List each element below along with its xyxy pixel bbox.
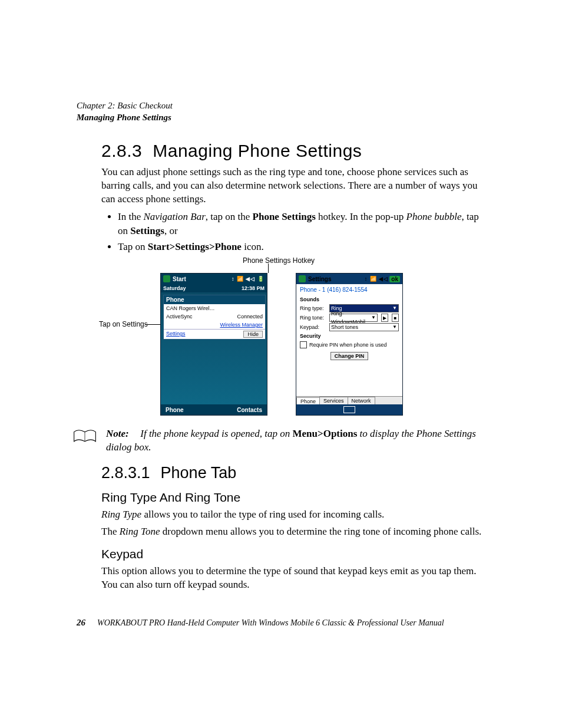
status-icons: ↕ 📶 ◀◁ — [365, 276, 389, 282]
carrier-row: CAN Rogers Wirel… — [164, 304, 265, 312]
datebar: Saturday 12:38 PM — [161, 284, 267, 292]
b2-text2: icon. — [242, 241, 264, 252]
tab-strip: Phone Services Network — [296, 396, 402, 404]
titlebar: Settings ↕ 📶 ◀◁ ok — [296, 274, 402, 284]
require-pin-text: Require PIN when phone is used — [309, 342, 387, 348]
ok-button[interactable]: ok — [389, 276, 400, 282]
section-title: 2.8.3Managing Phone Settings — [101, 141, 485, 161]
softkey-contacts[interactable]: Contacts — [232, 407, 267, 413]
settings-row: Settings Hide — [164, 329, 265, 339]
titlebar-text: Start — [173, 276, 186, 282]
b1-phone-bubble: Phone bubble — [406, 211, 462, 222]
status-icons: ↕ 📶 ◀◁ 🔋 — [232, 276, 265, 282]
hide-button[interactable]: Hide — [243, 331, 263, 338]
instruction-list: In the Navigation Bar, tap on the Phone … — [118, 210, 485, 254]
change-pin-button[interactable]: Change PIN — [330, 352, 369, 360]
bottombar — [296, 404, 402, 415]
book-icon — [72, 427, 98, 447]
section-title-text: Managing Phone Settings — [153, 141, 362, 160]
sounds-label: Sounds — [296, 295, 402, 304]
phone-popup: Phone CAN Rogers Wirel… ActiveSync Conne… — [163, 295, 266, 340]
dropdown-arrow-icon: ▼ — [392, 304, 397, 312]
tab-services[interactable]: Services — [319, 397, 348, 404]
keypad-paragraph: This option allows you to determine the … — [101, 565, 485, 592]
b1-navbar: Navigation Bar — [143, 211, 205, 222]
security-label: Security — [296, 332, 402, 340]
b1-text2: , tap on the — [206, 211, 253, 222]
activesync-row: ActiveSync Connected — [164, 312, 265, 321]
b2-path: Start>Settings>Phone — [148, 241, 242, 252]
chapter-line: Chapter 2: Basic Checkout — [77, 100, 485, 112]
connected-text: Connected — [237, 314, 263, 319]
ring-tone-paragraph: The Ring Tone dropdown menu allows you t… — [101, 525, 485, 539]
subsection-number: 2.8.3.1 — [101, 464, 150, 482]
ring-tone-dropdown[interactable]: Ring-WindowsMobil▼ — [329, 314, 378, 322]
footer-text: WORKABOUT PRO Hand-Held Computer With Wi… — [97, 618, 444, 628]
time-text: 12:38 PM — [242, 285, 265, 291]
ring-type-text: allows you to tailor the type of ring us… — [141, 509, 384, 520]
ring-heading: Ring Type And Ring Tone — [101, 490, 485, 505]
ring-tone-label: Ring tone: — [300, 315, 327, 321]
section-number: 2.8.3 — [101, 141, 142, 161]
bottombar: Phone Contacts — [161, 404, 267, 415]
activesync-text: ActiveSync — [166, 314, 193, 319]
tab-network[interactable]: Network — [348, 397, 375, 404]
page-footer: 26 WORKABOUT PRO Hand-Held Computer With… — [77, 618, 485, 628]
require-pin-checkbox[interactable] — [300, 341, 307, 348]
ring-type-em: Ring Type — [101, 509, 141, 520]
keypad-heading: Keypad — [101, 547, 485, 561]
play-button[interactable]: ▶ — [381, 314, 388, 322]
popup-title: Phone — [164, 295, 265, 304]
keypad-value: Short tones — [331, 323, 358, 331]
dropdown-arrow-icon: ▼ — [371, 314, 376, 322]
b1-text: In the — [118, 211, 143, 222]
settings-link[interactable]: Settings — [166, 331, 186, 338]
start-flag-icon — [163, 275, 170, 282]
note-text: Note: If the phone keypad is opened, tap… — [106, 427, 485, 454]
keyboard-icon[interactable] — [343, 406, 355, 413]
subsection-title: 2.8.3.1Phone Tab — [101, 464, 485, 482]
phone-number: Phone - 1 (416) 824-1554 — [296, 284, 402, 295]
ring-tone-row: Ring tone: Ring-WindowsMobil▼ ▶ ■ — [296, 313, 402, 322]
screenshot-start-screen: Start ↕ 📶 ◀◁ 🔋 Saturday 12:38 PM Phone C… — [160, 273, 267, 416]
ring-type-paragraph: Ring Type allows you to tailor the type … — [101, 508, 485, 522]
note-label: Note: — [106, 427, 138, 441]
note-pre: If the phone keypad is opened, tap on — [140, 428, 292, 439]
running-header: Chapter 2: Basic Checkout Managing Phone… — [77, 100, 485, 123]
titlebar: Start ↕ 📶 ◀◁ 🔋 — [161, 274, 267, 284]
subsection-text: Phone Tab — [161, 464, 237, 482]
softkey-phone[interactable]: Phone — [161, 407, 189, 413]
start-flag-icon — [299, 275, 306, 282]
figure-area: Phone Settings Hotkey Tap on Settings St… — [101, 256, 485, 421]
section-line: Managing Phone Settings — [77, 112, 485, 124]
require-pin-row: Require PIN when phone is used — [296, 340, 402, 350]
ring-type-label: Ring type: — [300, 305, 327, 311]
keypad-label: Keypad: — [300, 324, 327, 330]
b1-settings: Settings — [130, 225, 164, 236]
b1-phone-settings: Phone Settings — [253, 211, 316, 222]
callout-tap-label: Tap on Settings — [99, 320, 148, 328]
wireless-manager-link[interactable]: Wireless Manager — [220, 322, 263, 328]
note-menu: Menu>Options — [293, 428, 358, 439]
keypad-dropdown[interactable]: Short tones▼ — [329, 323, 399, 331]
callout-hotkey-line — [268, 263, 269, 273]
day-text: Saturday — [163, 285, 186, 291]
bullet-1: In the Navigation Bar, tap on the Phone … — [118, 210, 485, 238]
rt-em: Ring Tone — [120, 526, 160, 537]
page-number: 26 — [77, 618, 85, 628]
titlebar-text: Settings — [308, 276, 331, 282]
rt-pre: The — [101, 526, 120, 537]
carrier-text: CAN Rogers Wirel… — [166, 305, 215, 311]
callout-hotkey-label: Phone Settings Hotkey — [243, 256, 315, 265]
dropdown-arrow-icon: ▼ — [392, 323, 397, 331]
bullet-2: Tap on Start>Settings>Phone icon. — [118, 240, 485, 254]
rt-post: dropdown menu allows you to determine th… — [160, 526, 481, 537]
b2-text: Tap on — [118, 241, 148, 252]
b1-text5: , or — [164, 225, 178, 236]
screenshot-settings-screen: Settings ↕ 📶 ◀◁ ok Phone - 1 (416) 824-1… — [296, 273, 403, 416]
intro-paragraph: You can adjust phone settings such as th… — [101, 166, 485, 206]
wireless-mgr-row: Wireless Manager — [164, 321, 265, 329]
b1-text3: hotkey. In the pop-up — [316, 211, 406, 222]
stop-button[interactable]: ■ — [392, 314, 399, 322]
note-block: Note: If the phone keypad is opened, tap… — [72, 427, 485, 454]
